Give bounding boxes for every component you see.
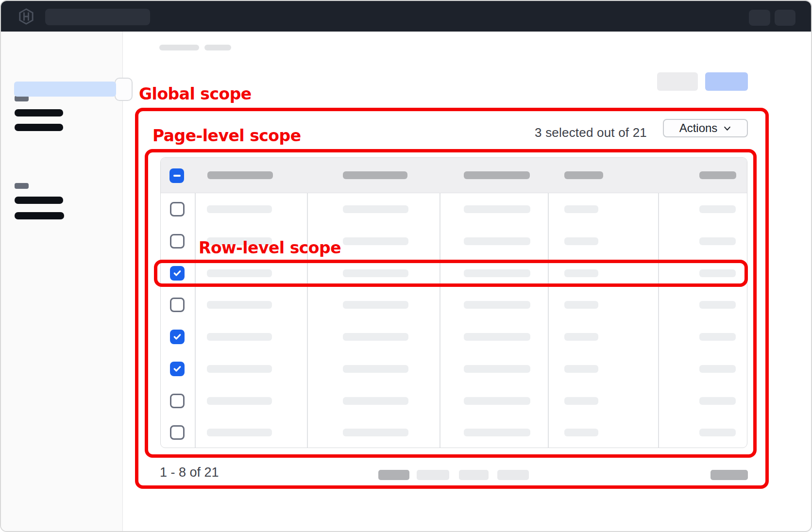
cell-skeleton xyxy=(343,269,408,277)
cell-skeleton xyxy=(564,429,598,436)
side-nav xyxy=(1,32,123,531)
actions-dropdown-button[interactable]: Actions xyxy=(663,119,748,137)
cell-skeleton xyxy=(464,269,530,277)
row-checkbox[interactable] xyxy=(170,425,185,440)
app-window: 3 selected out of 21 Actions xyxy=(0,0,812,532)
cell-skeleton xyxy=(699,333,736,341)
table-row xyxy=(161,257,747,289)
annotation-page-label: Page-level scope xyxy=(152,126,301,145)
global-search-input[interactable] xyxy=(45,9,150,25)
pagination-control[interactable] xyxy=(417,470,449,480)
cell-skeleton xyxy=(343,333,408,341)
cell-skeleton xyxy=(343,365,408,373)
sidebar-item[interactable] xyxy=(15,197,63,204)
minus-indeterminate-icon xyxy=(173,175,181,177)
cell-skeleton xyxy=(699,365,736,373)
cell-skeleton xyxy=(464,205,530,213)
cell-skeleton xyxy=(699,269,736,277)
row-checkbox[interactable] xyxy=(170,202,185,216)
column-header-skeleton[interactable] xyxy=(207,171,273,179)
row-checkbox[interactable] xyxy=(170,394,185,408)
cell-skeleton xyxy=(207,269,272,277)
table-row xyxy=(161,353,747,385)
row-checkbox-checked[interactable] xyxy=(170,266,185,281)
secondary-button[interactable] xyxy=(657,72,698,91)
user-menu-button[interactable] xyxy=(775,10,795,26)
cell-skeleton xyxy=(207,397,272,405)
cell-skeleton xyxy=(207,333,272,341)
checkmark-icon xyxy=(173,366,181,372)
screenshot-stage: 3 selected out of 21 Actions xyxy=(0,0,812,532)
actions-button-label: Actions xyxy=(679,121,718,135)
annotation-row-label: Row-level scope xyxy=(199,238,341,257)
cell-skeleton xyxy=(699,301,736,309)
cell-skeleton xyxy=(207,429,272,436)
column-header-skeleton[interactable] xyxy=(564,171,603,179)
selection-summary: 3 selected out of 21 xyxy=(506,125,647,140)
column-header-skeleton[interactable] xyxy=(343,171,407,179)
annotation-global-label: Global scope xyxy=(139,84,252,103)
cell-skeleton xyxy=(464,397,530,405)
primary-button[interactable] xyxy=(705,72,748,91)
pagination-control[interactable] xyxy=(497,470,529,480)
pagination-next-control[interactable] xyxy=(710,470,748,480)
cell-skeleton xyxy=(564,237,598,245)
sidebar-item[interactable] xyxy=(15,109,63,116)
cell-skeleton xyxy=(343,205,408,213)
cell-skeleton xyxy=(564,269,598,277)
top-nav-bar xyxy=(1,1,811,32)
cell-skeleton xyxy=(343,429,408,436)
cell-skeleton xyxy=(343,301,408,309)
page-size-selector[interactable] xyxy=(378,470,409,480)
row-checkbox[interactable] xyxy=(170,234,185,249)
cell-skeleton xyxy=(699,429,736,436)
sidebar-item[interactable] xyxy=(15,124,63,131)
hashicorp-logo-icon xyxy=(17,8,35,25)
help-menu-button[interactable] xyxy=(749,10,770,26)
table-header-row xyxy=(161,158,747,193)
cell-skeleton xyxy=(564,397,598,405)
sidebar-flyout-handle xyxy=(115,78,133,101)
pagination-range: 1 - 8 of 21 xyxy=(160,465,219,480)
row-checkbox-checked[interactable] xyxy=(170,362,185,376)
cell-skeleton xyxy=(699,397,736,405)
cell-skeleton xyxy=(464,365,530,373)
cell-skeleton xyxy=(343,237,408,245)
cell-skeleton xyxy=(464,237,530,245)
sidebar-item-active[interactable] xyxy=(14,82,116,97)
breadcrumb-item[interactable] xyxy=(204,45,231,50)
table-body xyxy=(161,193,747,448)
cell-skeleton xyxy=(207,301,272,309)
cell-skeleton xyxy=(564,301,598,309)
table-row xyxy=(161,193,747,225)
cell-skeleton xyxy=(699,237,736,245)
table-row xyxy=(161,416,747,448)
cell-skeleton xyxy=(464,429,530,436)
column-header-skeleton[interactable] xyxy=(699,171,736,179)
cell-skeleton xyxy=(207,205,272,213)
cell-skeleton xyxy=(699,205,736,213)
checkmark-icon xyxy=(173,270,181,277)
cell-skeleton xyxy=(564,205,598,213)
table-row xyxy=(161,289,747,321)
sidebar-section-label xyxy=(15,183,29,189)
row-checkbox[interactable] xyxy=(170,298,185,312)
cell-skeleton xyxy=(564,333,598,341)
row-checkbox-checked[interactable] xyxy=(170,330,185,344)
cell-skeleton xyxy=(464,333,530,341)
column-header-skeleton[interactable] xyxy=(464,171,530,179)
chevron-down-icon xyxy=(723,124,731,133)
cell-skeleton xyxy=(207,365,272,373)
table-row xyxy=(161,321,747,353)
cell-skeleton xyxy=(564,365,598,373)
sidebar-item[interactable] xyxy=(15,212,64,219)
cell-skeleton xyxy=(343,397,408,405)
checkmark-icon xyxy=(173,333,181,340)
breadcrumb-item[interactable] xyxy=(159,45,199,50)
pagination-control[interactable] xyxy=(459,470,489,480)
cell-skeleton xyxy=(464,301,530,309)
select-all-checkbox[interactable] xyxy=(169,168,184,183)
data-table xyxy=(160,157,747,448)
table-row xyxy=(161,385,747,417)
